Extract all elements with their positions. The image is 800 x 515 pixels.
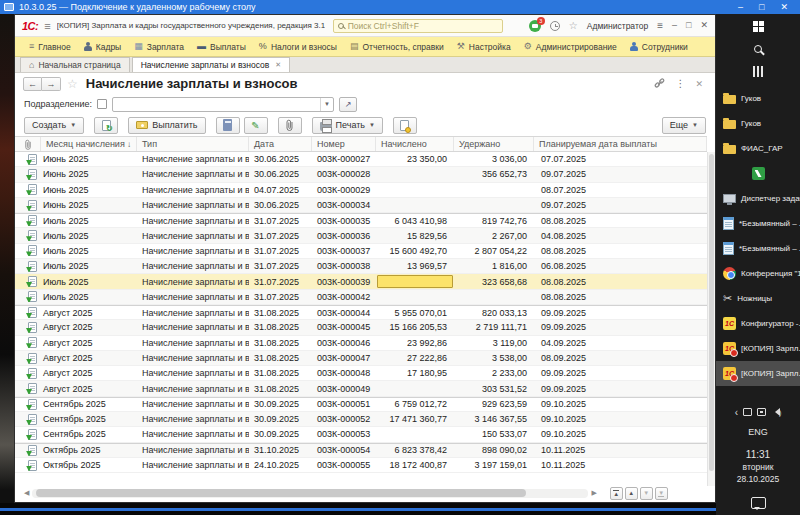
current-user[interactable]: Администратор	[587, 21, 648, 31]
taskbar-item-12[interactable]: 1С[КОПИЯ] Зарпл...	[716, 361, 800, 386]
withheld-column-header[interactable]: Удержано	[454, 137, 534, 151]
taskbar-item-8[interactable]: Конференция "1...	[716, 261, 800, 286]
menu-item-7[interactable]: ⚒Настройка	[457, 42, 511, 52]
menu-item-4[interactable]: ▬Выплаты	[197, 42, 246, 52]
device-tray-icon[interactable]	[743, 408, 752, 416]
table-row[interactable]: Август 2025Начисление зарплаты и взн...3…	[15, 351, 707, 366]
accrued-column-header[interactable]: Начислено	[376, 137, 454, 151]
month-column-header[interactable]: Месяц начисления↓	[41, 137, 137, 151]
more-menu-icon[interactable]: ⋮	[675, 78, 685, 89]
calculate-button[interactable]	[216, 117, 240, 134]
create-button[interactable]: Создать▼	[24, 117, 84, 134]
fill-document-button[interactable]: ↻	[94, 117, 118, 134]
discussions-icon[interactable]: 3	[529, 20, 541, 32]
taskbar-item-9[interactable]: ✂Ножницы	[716, 286, 800, 311]
page-up-button[interactable]: ▲	[625, 487, 638, 500]
active-edit-cell[interactable]	[377, 275, 453, 287]
table-row[interactable]: Июль 2025Начисление зарплаты и взн...31.…	[15, 228, 707, 243]
menu-item-2[interactable]: Кадры	[84, 42, 121, 52]
department-input[interactable]: ▼	[112, 97, 334, 112]
taskbar-item-4[interactable]	[716, 161, 800, 186]
table-row[interactable]: Август 2025Начисление зарплаты и взн...3…	[15, 305, 707, 320]
schedule-document-button[interactable]	[393, 117, 417, 134]
app-minimize-icon[interactable]: –	[672, 21, 677, 30]
taskbar-clock[interactable]: 11:31 вторник 28.10.2025	[737, 449, 780, 485]
tab-2[interactable]: Начисление зарплаты и взносов✕	[132, 57, 290, 72]
get-link-icon[interactable]	[654, 78, 665, 89]
tab-close-icon[interactable]: ✕	[275, 61, 281, 69]
service-menu-icon[interactable]: ≡	[657, 20, 663, 31]
taskbar-item-11[interactable]: 1С[КОПИЯ] Зарпл...	[716, 336, 800, 361]
language-indicator[interactable]: ENG	[748, 427, 768, 437]
taskbar-item-2[interactable]: Гуков	[716, 111, 800, 136]
open-department-button[interactable]: ↗	[339, 97, 357, 112]
table-row[interactable]: Октябрь 2025Начисление зарплаты и взн...…	[15, 458, 707, 473]
table-row[interactable]: Июнь 2025Начисление зарплаты и взн...30.…	[15, 198, 707, 213]
chevron-down-icon[interactable]: ▼	[320, 98, 333, 111]
number-column-header[interactable]: Номер	[312, 137, 376, 151]
type-column-header[interactable]: Тип	[137, 137, 249, 151]
table-row[interactable]: Июль 2025Начисление зарплаты и взн...31.…	[15, 213, 707, 228]
taskbar-item-7[interactable]: *Безымянный – ...	[716, 236, 800, 261]
menu-item-1[interactable]: ≡Главное	[29, 42, 71, 52]
department-checkbox[interactable]	[97, 99, 107, 109]
table-row[interactable]: Август 2025Начисление зарплаты и взн...3…	[15, 381, 707, 396]
table-row[interactable]: Июль 2025Начисление зарплаты и взн...31.…	[15, 290, 707, 305]
pay-button[interactable]: Выплатить	[128, 117, 205, 134]
table-row[interactable]: Сентябрь 2025Начисление зарплаты и взн..…	[15, 412, 707, 427]
taskbar-search-button[interactable]	[716, 37, 800, 60]
table-row[interactable]: Июнь 2025Начисление зарплаты и взн...04.…	[15, 183, 707, 198]
menu-item-6[interactable]: ▤Отчетность, справки	[350, 42, 444, 52]
table-row[interactable]: Июнь 2025Начисление зарплаты и взн...30.…	[15, 152, 707, 167]
sign-button[interactable]: ✎	[244, 117, 268, 134]
vertical-scrollbar-thumb[interactable]	[709, 154, 714, 471]
more-button[interactable]: Еще▼	[662, 117, 706, 134]
rdp-minimize-icon[interactable]: –	[738, 3, 743, 12]
menu-item-5[interactable]: %Налоги и взносы	[259, 42, 337, 52]
tab-1[interactable]: ⌂Начальная страница	[20, 57, 130, 72]
global-search-input[interactable]: Поиск Ctrl+Shift+F	[333, 19, 503, 33]
forward-button[interactable]: →	[42, 77, 61, 91]
page-down-button[interactable]: ▼	[640, 487, 653, 500]
attachments-column-header[interactable]	[15, 137, 41, 151]
rdp-maximize-icon[interactable]: □	[759, 3, 764, 12]
tray-expand-icon[interactable]: ‹	[735, 407, 738, 418]
table-row[interactable]: Август 2025Начисление зарплаты и взн...3…	[15, 366, 707, 381]
table-row[interactable]: Октябрь 2025Начисление зарплаты и взн...…	[15, 443, 707, 458]
app-close-icon[interactable]: ✕	[700, 21, 708, 30]
planned-date-column-header[interactable]: Планируемая дата выплаты	[534, 137, 707, 151]
table-row[interactable]: Июль 2025Начисление зарплаты и взн...31.…	[15, 274, 707, 289]
taskbar-item-10[interactable]: 1СКонфигуратор -...	[716, 311, 800, 336]
scroll-right-icon[interactable]: ▶	[591, 489, 596, 497]
main-menu-icon[interactable]: ≡	[44, 20, 50, 32]
table-row[interactable]: Июль 2025Начисление зарплаты и взн...31.…	[15, 244, 707, 259]
print-button[interactable]: Печать▼	[312, 117, 383, 134]
attachments-button[interactable]	[278, 117, 302, 134]
app-maximize-icon[interactable]: □	[686, 21, 691, 30]
menu-item-9[interactable]: Сотрудники	[630, 42, 688, 52]
start-button[interactable]	[716, 14, 800, 37]
go-first-button[interactable]: ▲	[610, 487, 623, 500]
favorites-icon[interactable]: ☆	[569, 20, 578, 31]
form-close-icon[interactable]: ✕	[695, 79, 703, 89]
table-row[interactable]: Сентябрь 2025Начисление зарплаты и взн..…	[15, 427, 707, 442]
volume-icon[interactable]: )	[771, 408, 781, 416]
taskbar-item-1[interactable]: Гуков	[716, 86, 800, 111]
horizontal-scrollbar-thumb[interactable]	[36, 489, 525, 497]
date-column-header[interactable]: Дата	[249, 137, 312, 151]
task-view-button[interactable]	[716, 60, 800, 83]
menu-item-8[interactable]: ⚙Администрирование	[524, 42, 617, 52]
taskbar-item-5[interactable]: Диспетчер задач	[716, 186, 800, 211]
menu-item-3[interactable]: ▦Зарплата	[134, 42, 184, 52]
taskbar-item-3[interactable]: ФИАС_ГАР	[716, 136, 800, 161]
display-tray-icon[interactable]	[757, 408, 766, 416]
vertical-scrollbar[interactable]	[707, 152, 715, 486]
horizontal-scrollbar[interactable]	[32, 489, 588, 498]
table-row[interactable]: Август 2025Начисление зарплаты и взн...3…	[15, 336, 707, 351]
table-row[interactable]: Август 2025Начисление зарплаты и взн...3…	[15, 320, 707, 335]
add-favorite-star-icon[interactable]: ☆	[67, 77, 78, 91]
taskbar-item-6[interactable]: *Безымянный – ...	[716, 211, 800, 236]
history-icon[interactable]	[550, 21, 560, 31]
action-center-icon[interactable]	[751, 497, 766, 509]
table-row[interactable]: Июнь 2025Начисление зарплаты и взн...30.…	[15, 167, 707, 182]
